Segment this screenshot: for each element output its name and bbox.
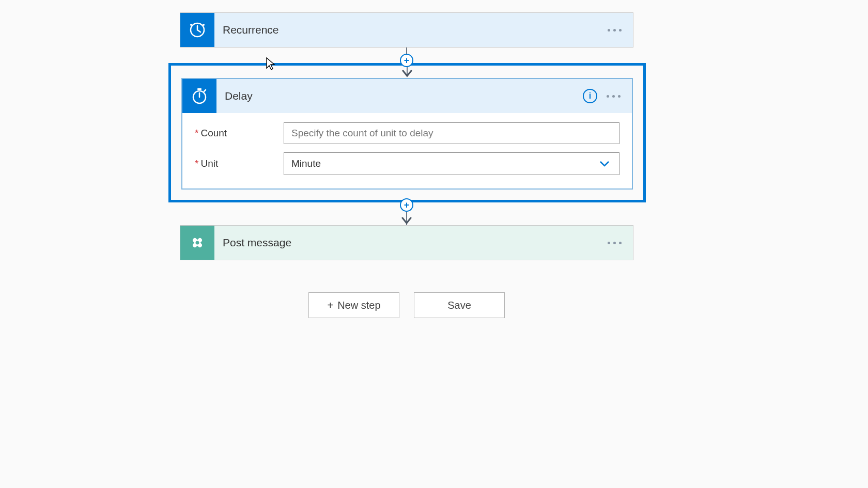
stopwatch-icon (182, 79, 216, 113)
more-icon[interactable] (608, 238, 622, 248)
unit-value: Minute (291, 158, 321, 169)
step-delay-header[interactable]: Delay i (182, 79, 632, 113)
svg-rect-4 (197, 88, 202, 90)
info-glyph: i (589, 91, 591, 101)
connector: + (180, 199, 633, 225)
designer-actions: + New step Save (180, 292, 633, 318)
flow-designer: Recurrence + (180, 0, 633, 318)
unit-label: *Unit (195, 158, 284, 169)
more-icon[interactable] (608, 25, 622, 36)
count-row: *Count (195, 122, 619, 144)
step-recurrence-header[interactable]: Recurrence (180, 13, 633, 47)
info-icon[interactable]: i (583, 89, 597, 103)
unit-select[interactable]: Minute (284, 152, 619, 175)
connector: + (180, 48, 633, 63)
step-title: Delay (216, 90, 583, 102)
more-icon[interactable] (607, 91, 621, 102)
step-delay-card: Delay i *Count (181, 78, 633, 190)
arrow-down-icon (400, 217, 413, 225)
plus-glyph: + (327, 300, 333, 311)
selected-step-highlight: Delay i *Count (168, 63, 646, 202)
plus-glyph: + (404, 56, 410, 65)
unit-row: *Unit Minute (195, 152, 619, 175)
svg-point-1 (203, 24, 205, 26)
step-post-message-card[interactable]: Post message (180, 225, 633, 260)
svg-point-8 (196, 241, 199, 245)
count-label: *Count (195, 128, 284, 139)
count-input[interactable] (284, 122, 619, 144)
step-post-message-header[interactable]: Post message (180, 226, 633, 260)
new-step-button[interactable]: + New step (308, 292, 399, 318)
arrow-down-icon (401, 70, 413, 78)
slack-icon (180, 226, 214, 260)
add-step-plus-icon[interactable]: + (400, 198, 413, 212)
add-step-plus-icon[interactable]: + (400, 54, 413, 67)
step-recurrence-card[interactable]: Recurrence (180, 12, 633, 48)
save-label: Save (447, 300, 471, 311)
step-title: Recurrence (214, 24, 608, 36)
plus-glyph: + (404, 200, 410, 210)
save-button[interactable]: Save (414, 292, 505, 318)
new-step-label: New step (337, 300, 380, 311)
step-delay-body: *Count *Unit Minute (182, 113, 632, 188)
step-title: Post message (214, 237, 608, 249)
svg-point-2 (190, 24, 192, 26)
svg-line-5 (204, 90, 206, 91)
clock-icon (180, 13, 214, 47)
